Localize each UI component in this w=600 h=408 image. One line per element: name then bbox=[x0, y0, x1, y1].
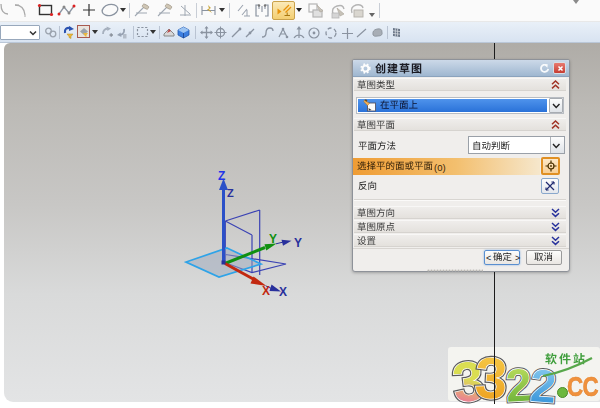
svg-text:Y: Y bbox=[269, 232, 277, 246]
svg-text:X: X bbox=[279, 285, 287, 299]
svg-text:Z: Z bbox=[218, 169, 225, 183]
svg-text:Z: Z bbox=[227, 187, 234, 199]
svg-text:Y: Y bbox=[294, 236, 302, 250]
svg-text:X: X bbox=[262, 284, 270, 298]
